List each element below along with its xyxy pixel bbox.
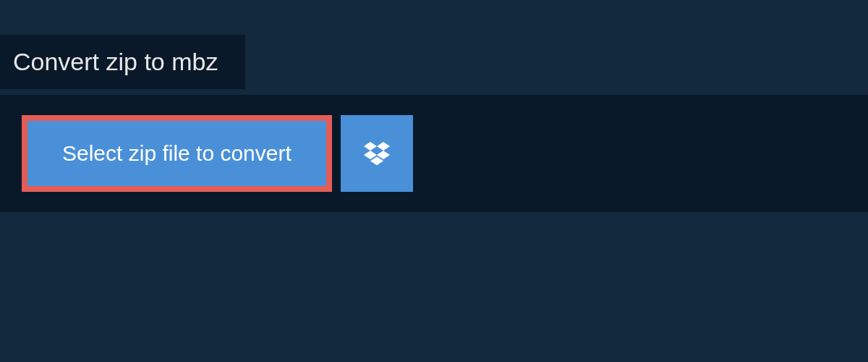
button-row: Select zip file to convert — [22, 115, 846, 192]
dropbox-button[interactable] — [341, 115, 413, 192]
dropbox-icon — [364, 140, 390, 168]
select-file-button[interactable]: Select zip file to convert — [27, 121, 326, 186]
select-file-highlight: Select zip file to convert — [22, 115, 332, 192]
tab-container: Convert zip to mbz — [0, 0, 868, 89]
tab-convert[interactable]: Convert zip to mbz — [0, 35, 245, 89]
upload-panel: Select zip file to convert — [0, 95, 868, 212]
select-file-label: Select zip file to convert — [62, 141, 292, 165]
tab-label: Convert zip to mbz — [13, 48, 218, 75]
